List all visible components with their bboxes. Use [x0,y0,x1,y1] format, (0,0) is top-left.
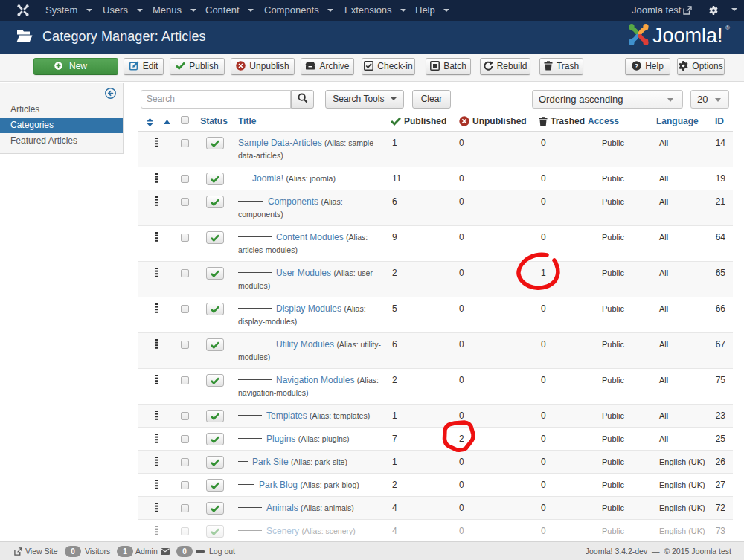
svg-text:?: ? [635,62,639,70]
svg-text:Joomla!: Joomla! [652,25,723,47]
svg-text:®: ® [725,25,730,31]
